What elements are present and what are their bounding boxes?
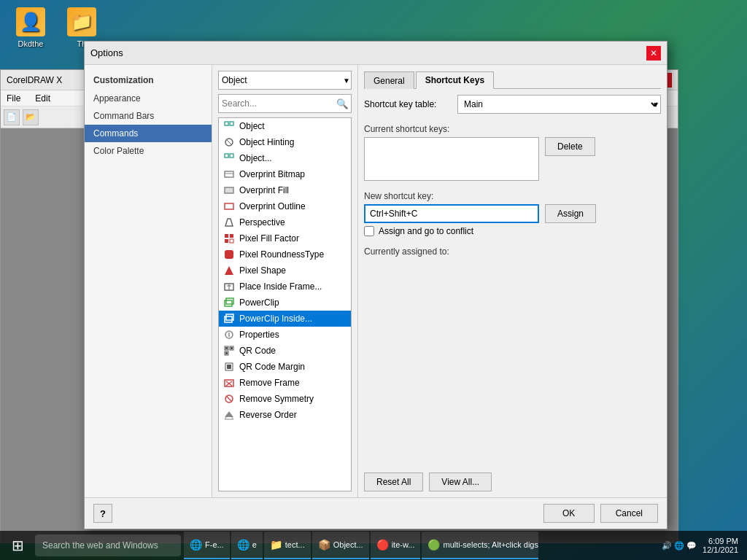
command-item-qr-code[interactable]: QR Code bbox=[219, 343, 351, 359]
command-item-pixel-fill-factor[interactable]: Pixel Fill Factor bbox=[219, 230, 351, 246]
cancel-btn[interactable]: Cancel bbox=[600, 504, 658, 523]
svg-marker-16 bbox=[225, 266, 233, 275]
taskbar-app-label: F-e... bbox=[205, 540, 224, 549]
taskbar-app-ite[interactable]: 🔴 ite-w... bbox=[371, 532, 421, 559]
command-item-pixel-shape[interactable]: Pixel Shape bbox=[219, 262, 351, 279]
sidebar-item-command-bars[interactable]: Command Bars bbox=[85, 107, 212, 125]
current-keys-label: Current shortcut keys: bbox=[364, 124, 661, 134]
command-label: Object Hinting bbox=[239, 137, 294, 147]
svg-rect-11 bbox=[225, 234, 228, 238]
reset-all-btn[interactable]: Reset All bbox=[364, 472, 423, 491]
ok-btn[interactable]: OK bbox=[543, 504, 595, 523]
search-input[interactable] bbox=[219, 98, 334, 109]
toolbar-open-icon[interactable]: 📂 bbox=[23, 109, 39, 125]
command-item-overprint-bitmap[interactable]: Overprint Bitmap bbox=[219, 166, 351, 182]
overprint-bitmap-icon bbox=[223, 168, 235, 180]
sidebar-item-commands[interactable]: Commands bbox=[85, 125, 212, 142]
svg-line-3 bbox=[226, 139, 232, 145]
command-item-powerclip-inside[interactable]: PowerClip Inside... bbox=[219, 311, 351, 327]
command-label: Overprint Fill bbox=[239, 185, 289, 195]
command-label: Overprint Bitmap bbox=[239, 169, 305, 179]
command-item-overprint-outline[interactable]: Overprint Outline bbox=[219, 198, 351, 214]
svg-marker-39 bbox=[225, 411, 233, 417]
commands-panel: Object Effect Edit File View ▼ 🔍 Object bbox=[212, 65, 358, 497]
toolbar-new-icon[interactable]: 📄 bbox=[4, 109, 20, 125]
desktop-icon-dkdthe-label: Dkdthe bbox=[18, 39, 44, 48]
commands-dropdown-wrapper: Object Effect Edit File View ▼ bbox=[218, 71, 352, 90]
command-item-remove-symmetry[interactable]: Remove Symmetry bbox=[219, 391, 351, 407]
search-button[interactable]: 🔍 bbox=[334, 95, 351, 112]
dialog-close-btn[interactable]: ✕ bbox=[646, 46, 661, 61]
assigned-to-label: Currently assigned to: bbox=[364, 246, 661, 257]
right-panel: General Shortcut Keys Shortcut key table… bbox=[358, 65, 667, 497]
taskbar-app-multi[interactable]: 🟢 multi-selects; Alt+click digs bbox=[422, 532, 538, 559]
command-item-object-hinting[interactable]: Object Hinting bbox=[219, 134, 351, 150]
svg-marker-10 bbox=[225, 219, 233, 226]
remove-symmetry-icon bbox=[223, 393, 235, 405]
taskbar-app-object[interactable]: 📦 Object... bbox=[312, 532, 369, 559]
view-all-btn[interactable]: View All... bbox=[429, 472, 492, 491]
help-btn[interactable]: ? bbox=[93, 504, 112, 523]
options-dialog: Options ✕ Customization Appearance Comma… bbox=[84, 41, 667, 529]
pixel-fill-factor-icon bbox=[223, 233, 235, 244]
system-tray-icons: 🔊 🌐 💬 bbox=[662, 541, 697, 551]
assign-conflict-checkbox[interactable] bbox=[364, 226, 374, 236]
current-keys-box[interactable] bbox=[364, 137, 539, 181]
object-ellipsis-icon bbox=[223, 152, 235, 164]
command-item-place-inside-frame[interactable]: Place Inside Frame... bbox=[219, 279, 351, 295]
command-item-perspective[interactable]: Perspective bbox=[219, 214, 351, 230]
taskbar-app-tect[interactable]: 📁 tect... bbox=[264, 532, 311, 559]
command-label: QR Code Margin bbox=[239, 362, 305, 372]
taskbar-search[interactable] bbox=[35, 534, 181, 556]
command-item-object[interactable]: Object bbox=[219, 118, 351, 134]
command-item-powerclip[interactable]: PowerClip bbox=[219, 295, 351, 311]
overprint-fill-icon bbox=[223, 184, 235, 196]
taskbar-app-label: e bbox=[252, 540, 257, 549]
svg-rect-29 bbox=[231, 347, 233, 349]
command-label: Pixel Fill Factor bbox=[239, 233, 299, 244]
command-label: PowerClip Inside... bbox=[239, 314, 312, 324]
commands-dropdown[interactable]: Object Effect Edit File View bbox=[218, 71, 352, 90]
taskbar-app-fe[interactable]: 🌐 F-e... bbox=[184, 532, 230, 559]
pixel-roundness-icon bbox=[223, 249, 235, 260]
sidebar: Customization Appearance Command Bars Co… bbox=[85, 65, 212, 497]
assigned-to-section: Currently assigned to: bbox=[364, 244, 661, 257]
shortcut-table-dropdown[interactable]: Main Node Edit Print Preview bbox=[457, 95, 661, 114]
tab-shortcut-keys[interactable]: Shortcut Keys bbox=[416, 71, 494, 89]
commands-list[interactable]: Object Object Hinting Object... bbox=[218, 117, 352, 491]
command-label: Remove Symmetry bbox=[239, 394, 314, 404]
command-label: Object bbox=[239, 121, 265, 131]
desktop-icon-dkdthe[interactable]: 👤 Dkdthe bbox=[7, 7, 54, 48]
menu-file[interactable]: File bbox=[4, 92, 23, 105]
command-item-object-ellipsis[interactable]: Object... bbox=[219, 150, 351, 166]
command-item-qr-code-margin[interactable]: QR Code Margin bbox=[219, 359, 351, 375]
taskbar-app-label: Object... bbox=[333, 540, 363, 549]
dialog-footer: ? OK Cancel bbox=[85, 497, 667, 529]
command-item-reverse-order[interactable]: Reverse Order bbox=[219, 407, 351, 423]
sidebar-item-color-palette[interactable]: Color Palette bbox=[85, 142, 212, 160]
perspective-icon bbox=[223, 217, 235, 228]
taskbar-right: 🔊 🌐 💬 6:09 PM 12/1/2021 bbox=[656, 537, 744, 554]
sidebar-item-appearance[interactable]: Appearance bbox=[85, 90, 212, 107]
command-item-properties[interactable]: Properties bbox=[219, 327, 351, 343]
overprint-outline-icon bbox=[223, 201, 235, 212]
delete-btn[interactable]: Delete bbox=[545, 137, 595, 156]
taskbar-app-e[interactable]: 🌐 e bbox=[231, 532, 263, 559]
dialog-body: Customization Appearance Command Bars Co… bbox=[85, 65, 667, 497]
start-button[interactable]: ⊞ bbox=[3, 531, 32, 560]
clock-time: 6:09 PM bbox=[708, 537, 738, 545]
command-item-overprint-fill[interactable]: Overprint Fill bbox=[219, 182, 351, 198]
new-key-input[interactable] bbox=[364, 204, 539, 223]
assign-btn[interactable]: Assign bbox=[545, 204, 596, 223]
taskbar-app-label: multi-selects; Alt+click digs bbox=[443, 540, 538, 549]
shortcut-table-row: Shortcut key table: Main Node Edit Print… bbox=[364, 95, 661, 114]
command-label: PowerClip bbox=[239, 298, 279, 308]
taskbar-app-label: tect... bbox=[285, 540, 305, 549]
command-item-remove-frame[interactable]: Remove Frame bbox=[219, 375, 351, 391]
command-label: Pixel Shape bbox=[239, 265, 286, 276]
menu-edit[interactable]: Edit bbox=[32, 92, 53, 105]
command-label: Perspective bbox=[239, 217, 285, 228]
tab-general[interactable]: General bbox=[364, 71, 414, 89]
command-item-pixel-roundness[interactable]: Pixel RoundnessType bbox=[219, 246, 351, 262]
dialog-title: Options bbox=[90, 47, 123, 58]
